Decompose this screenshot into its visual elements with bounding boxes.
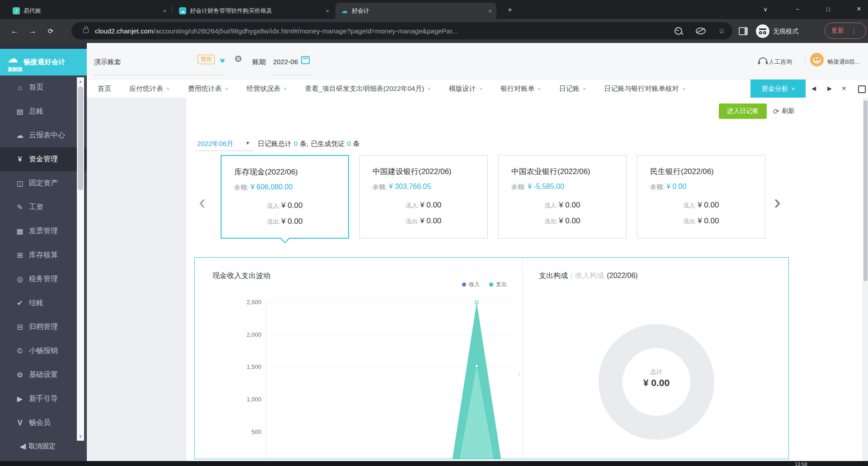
tab-expense-stats[interactable]: 费用统计表× (188, 85, 229, 93)
tab-close-icon[interactable]: × (488, 8, 492, 14)
tab-fund-analysis-active[interactable]: 资金分析 × (750, 80, 806, 98)
tab-template-design[interactable]: 模版设计× (449, 85, 483, 93)
period-value[interactable]: 2022-06 (273, 58, 298, 66)
window-close-button[interactable]: × (849, 0, 868, 18)
card-title: 中国农业银行(2022/06) (511, 166, 590, 177)
legend-expense[interactable]: 支出 (489, 281, 507, 288)
sidebar-item-home[interactable]: ⌂首页 (0, 75, 87, 99)
tab-scroll-right-icon[interactable]: ▶ (827, 85, 832, 92)
tab-payable-stats[interactable]: 应付统计表× (129, 85, 170, 93)
eye-blocked-icon[interactable] (696, 28, 706, 34)
tab-close-icon[interactable]: × (583, 85, 586, 92)
gear-icon[interactable]: ⚙ (234, 53, 242, 64)
update-label: 更新 (831, 27, 844, 35)
url-path: /accounting/uh26t264j5ui/98gdhygx8w/idx.… (153, 27, 458, 35)
month-selector[interactable]: 2022年06月 (197, 140, 233, 148)
tab-operating-status[interactable]: 经营状况表× (246, 85, 287, 93)
account-card-cash[interactable]: 库存现金(2022/06) 余额:¥ 606,080.00 流入:¥ 0.00 … (221, 155, 349, 239)
tab-close-icon[interactable]: × (682, 85, 686, 92)
tab-close-icon[interactable]: × (479, 85, 483, 92)
refresh-button[interactable]: ⟳ 刷新 (773, 104, 794, 119)
sidebar-scrollbar-thumb[interactable] (78, 86, 83, 190)
tab-close-icon[interactable]: × (326, 8, 329, 14)
sidebar-scroll-down-icon[interactable]: ▼ (77, 433, 84, 441)
tab-project-detail[interactable]: 查看_项目研发支出明细表(2022年04月)× (305, 85, 431, 93)
main-scrollbar-thumb[interactable] (863, 100, 868, 281)
unpin-sidebar-button[interactable]: ◀ 取消固定 (20, 442, 56, 451)
pie-tab-income[interactable]: 收入构成 (575, 272, 604, 279)
bookmark-star-icon[interactable]: ☆ (718, 26, 725, 36)
sidebar-item-general-ledger[interactable]: ▤总账 (0, 99, 87, 123)
account-card-abc[interactable]: 中国农业银行(2022/06) 余额:¥ -5,585.00 流入:¥ 0.00… (498, 155, 627, 239)
zoom-out-icon[interactable] (675, 27, 682, 35)
window-minimize-button[interactable]: − (788, 0, 807, 18)
tab-close-icon[interactable]: × (538, 85, 541, 92)
address-bar[interactable]: cloud2.chanjet.com/accounting/uh26t264j5… (71, 22, 732, 39)
account-dropdown-icon[interactable]: ∨ (218, 56, 226, 64)
haokuaiji-favicon-icon: ☁ (341, 7, 348, 14)
tab-close-icon[interactable]: × (283, 85, 287, 92)
calendar-icon[interactable] (301, 56, 310, 64)
panel-divider (522, 258, 523, 459)
tab-close-icon[interactable]: × (166, 85, 170, 92)
card-inflow: ¥ 0.00 (698, 201, 719, 209)
tab-close-icon[interactable]: × (225, 85, 229, 92)
support-link[interactable]: 人工咨询 (769, 58, 792, 66)
url-text[interactable]: cloud2.chanjet.com/accounting/uh26t264j5… (95, 27, 675, 35)
user-name[interactable]: 畅捷通B组... (827, 58, 860, 66)
tab-search-button[interactable]: ∨ (755, 0, 775, 18)
tab-bank-statement[interactable]: 银行对账单× (500, 85, 541, 93)
sidebar-item-closing[interactable]: ✔结账 (0, 291, 87, 315)
member-icon: V (14, 419, 25, 427)
sidebar-item-fixed-assets[interactable]: ◫固定资产 (0, 171, 87, 195)
tab-scroll-left-icon[interactable]: ◀ (811, 85, 816, 92)
browser-tab-yidaizhang[interactable]: / 易代账 × (7, 3, 171, 19)
side-panel-icon[interactable] (739, 27, 748, 35)
new-tab-button[interactable]: + (505, 5, 515, 15)
tab-journal[interactable]: 日记账× (559, 85, 586, 93)
sidebar-item-archive[interactable]: ⊟归档管理 (0, 315, 87, 339)
browser-update-button[interactable]: 更新 ⋮ (825, 23, 866, 39)
closing-icon: ✔ (14, 299, 25, 307)
forward-button[interactable]: → (25, 24, 40, 38)
sidebar-item-salary[interactable]: ✎工资 (0, 195, 87, 219)
browser-tab-haokuaiji-pricing[interactable]: ☁ 好会计财务管理软件购买价格及 × (174, 3, 334, 19)
enter-journal-button[interactable]: 进入日记账 (719, 104, 767, 119)
tab-close-icon[interactable]: × (792, 85, 795, 92)
back-button[interactable]: ← (7, 24, 22, 38)
carousel-next-icon[interactable]: › (774, 192, 781, 212)
avatar[interactable] (810, 53, 824, 66)
sidebar-scroll-up-icon[interactable]: ▲ (77, 77, 84, 85)
sidebar-item-settings[interactable]: ⚙基础设置 (0, 363, 87, 387)
carousel-prev-icon[interactable]: ‹ (199, 192, 206, 212)
divider-handle-icon[interactable]: › (518, 370, 520, 377)
sidebar-item-guide[interactable]: ▶新手引导 (0, 387, 87, 411)
tab-close-icon[interactable]: × (163, 8, 166, 14)
salary-icon: ✎ (14, 203, 25, 212)
account-set-selector[interactable]: 演示账套 (94, 58, 121, 66)
sidebar-item-cloud-reports[interactable]: ☁云报表中心 (0, 123, 87, 147)
reload-button[interactable]: ⟳ (43, 24, 58, 38)
browser-tab-haokuaiji-active[interactable]: ☁ 好会计 × (335, 3, 496, 19)
month-caret-down-icon[interactable]: ▼ (245, 141, 250, 146)
sidebar-item-tax[interactable]: ◎税务管理 (0, 267, 87, 291)
account-card-minsheng[interactable]: 民生银行(2022/06) 余额:¥ 0.00 流入:¥ 0.00 流出:¥ 0… (637, 155, 765, 239)
cloud-report-icon: ☁ (14, 131, 25, 140)
account-card-ccb[interactable]: 中国建设银行(2022/06) 余额:¥ 303,766.05 流入:¥ 0.0… (359, 155, 488, 239)
tabs-close-all-icon[interactable]: × (842, 84, 846, 93)
tab-home[interactable]: 首页 (98, 85, 111, 93)
sidebar-item-fund-management[interactable]: ¥资金管理 (0, 147, 87, 171)
taskbar-clock: 13:58 (795, 461, 807, 466)
fullscreen-icon[interactable] (858, 85, 866, 93)
sidebar-item-member[interactable]: V畅会员 (0, 411, 87, 435)
browser-menu-icon[interactable]: ⋮ (850, 27, 857, 35)
legend-income[interactable]: 收入 (462, 281, 480, 288)
tab-close-icon[interactable]: × (427, 85, 431, 92)
tab-journal-bank-check[interactable]: 日记账与银行对账单核对× (604, 85, 686, 93)
pie-tab-expense[interactable]: 支出构成 (539, 272, 568, 279)
sidebar-item-invoice[interactable]: ▦发票管理 (0, 219, 87, 243)
window-maximize-button[interactable]: □ (818, 0, 838, 18)
sidebar-item-reimburse[interactable]: ©小畅报销 (0, 339, 87, 363)
yidaizhang-favicon-icon: / (13, 7, 20, 14)
sidebar-item-inventory[interactable]: ⊞库存核算 (0, 243, 87, 267)
